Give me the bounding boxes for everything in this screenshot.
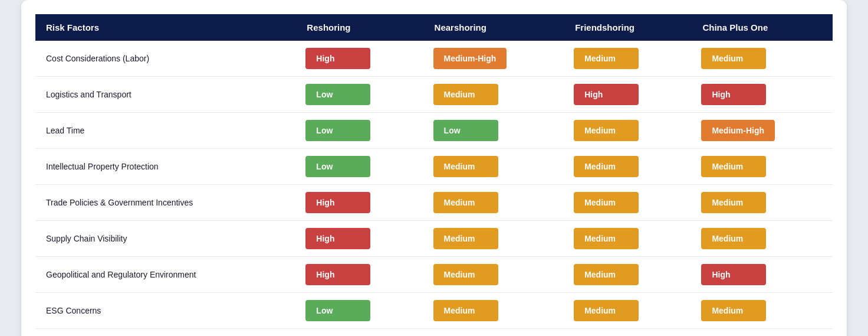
risk-factor-label: Trade Policies & Government Incentives <box>35 185 296 221</box>
cell-china_plus_one: Medium <box>692 149 833 185</box>
header-china-plus-one: China Plus One <box>692 14 833 41</box>
badge-low: Low <box>305 156 370 177</box>
risk-factor-label: Cost Considerations (Labor) <box>35 41 296 77</box>
header-friendshoring: Friendshoring <box>564 14 692 41</box>
cell-china_plus_one: Medium <box>692 293 833 329</box>
cell-friendshoring: Medium <box>564 221 692 257</box>
badge-high: High <box>701 84 766 105</box>
cell-nearshoring: Low <box>424 113 565 149</box>
badge-medium: Medium <box>574 264 639 285</box>
badge-low: Low <box>305 84 370 105</box>
badge-medium: Medium <box>433 84 498 105</box>
badge-medium-high: Medium-High <box>701 120 775 141</box>
table-row: ESG ConcernsLowMediumMediumMedium <box>35 293 833 329</box>
cell-friendshoring: Medium <box>564 41 692 77</box>
badge-medium: Medium <box>701 228 766 249</box>
table-row: Logistics and TransportLowMediumHighHigh <box>35 77 833 113</box>
cell-nearshoring: Medium <box>424 77 565 113</box>
badge-medium: Medium <box>701 156 766 177</box>
cell-nearshoring: Medium <box>424 149 565 185</box>
badge-medium: Medium <box>574 156 639 177</box>
badge-medium: Medium <box>574 48 639 69</box>
cell-china_plus_one: High <box>692 257 833 293</box>
main-card: Risk Factors Reshoring Nearshoring Frien… <box>21 0 847 336</box>
risk-factor-label: Intellectual Property Protection <box>35 149 296 185</box>
table-row: Workforce Availability and SkillsMediumM… <box>35 329 833 337</box>
cell-nearshoring: Medium <box>424 329 565 337</box>
cell-friendshoring: Low <box>564 329 692 337</box>
risk-factor-label: ESG Concerns <box>35 293 296 329</box>
cell-reshoring: Low <box>296 293 423 329</box>
badge-high: High <box>701 264 766 285</box>
cell-reshoring: Low <box>296 113 423 149</box>
cell-nearshoring: Medium <box>424 185 565 221</box>
cell-reshoring: High <box>296 41 423 77</box>
cell-friendshoring: Medium <box>564 293 692 329</box>
cell-nearshoring: Medium-High <box>424 41 565 77</box>
cell-reshoring: High <box>296 221 423 257</box>
header-risk-factors: Risk Factors <box>35 14 296 41</box>
risk-table: Risk Factors Reshoring Nearshoring Frien… <box>35 14 833 336</box>
badge-medium: Medium <box>701 300 766 321</box>
cell-friendshoring: Medium <box>564 113 692 149</box>
table-row: Geopolitical and Regulatory EnvironmentH… <box>35 257 833 293</box>
badge-high: High <box>305 48 370 69</box>
risk-factor-label: Logistics and Transport <box>35 77 296 113</box>
risk-factor-label: Workforce Availability and Skills <box>35 329 296 337</box>
table-row: Cost Considerations (Labor)HighMedium-Hi… <box>35 41 833 77</box>
badge-low: Low <box>305 300 370 321</box>
cell-nearshoring: Medium <box>424 257 565 293</box>
cell-friendshoring: Medium <box>564 149 692 185</box>
badge-low: Low <box>305 120 370 141</box>
badge-medium: Medium <box>574 228 639 249</box>
badge-medium: Medium <box>433 264 498 285</box>
cell-china_plus_one: Medium-High <box>692 113 833 149</box>
badge-medium: Medium <box>574 300 639 321</box>
cell-reshoring: High <box>296 185 423 221</box>
badge-medium: Medium <box>433 192 498 213</box>
header-nearshoring: Nearshoring <box>424 14 565 41</box>
cell-reshoring: Low <box>296 149 423 185</box>
risk-factor-label: Geopolitical and Regulatory Environment <box>35 257 296 293</box>
badge-medium: Medium <box>433 300 498 321</box>
cell-nearshoring: Medium <box>424 221 565 257</box>
header-reshoring: Reshoring <box>296 14 423 41</box>
table-row: Supply Chain VisibilityHighMediumMediumM… <box>35 221 833 257</box>
table-row: Trade Policies & Government IncentivesHi… <box>35 185 833 221</box>
cell-reshoring: High <box>296 257 423 293</box>
table-row: Intellectual Property ProtectionLowMediu… <box>35 149 833 185</box>
badge-high: High <box>305 192 370 213</box>
badge-low: Low <box>433 120 498 141</box>
cell-friendshoring: Medium <box>564 185 692 221</box>
risk-factor-label: Lead Time <box>35 113 296 149</box>
table-row: Lead TimeLowLowMediumMedium-High <box>35 113 833 149</box>
cell-reshoring: Low <box>296 77 423 113</box>
badge-medium: Medium <box>433 156 498 177</box>
risk-factor-label: Supply Chain Visibility <box>35 221 296 257</box>
badge-medium: Medium <box>574 192 639 213</box>
badge-high: High <box>574 84 639 105</box>
cell-nearshoring: Medium <box>424 293 565 329</box>
badge-high: High <box>305 228 370 249</box>
badge-medium-high: Medium-High <box>433 48 507 69</box>
cell-china_plus_one: Medium <box>692 221 833 257</box>
badge-medium: Medium <box>701 48 766 69</box>
cell-china_plus_one: Medium <box>692 185 833 221</box>
cell-china_plus_one: Medium <box>692 41 833 77</box>
cell-china_plus_one: High <box>692 77 833 113</box>
cell-reshoring: Medium <box>296 329 423 337</box>
badge-medium: Medium <box>574 120 639 141</box>
cell-friendshoring: Medium <box>564 257 692 293</box>
badge-medium: Medium <box>701 192 766 213</box>
badge-high: High <box>305 264 370 285</box>
cell-china_plus_one: Low <box>692 329 833 337</box>
cell-friendshoring: High <box>564 77 692 113</box>
badge-medium: Medium <box>433 228 498 249</box>
